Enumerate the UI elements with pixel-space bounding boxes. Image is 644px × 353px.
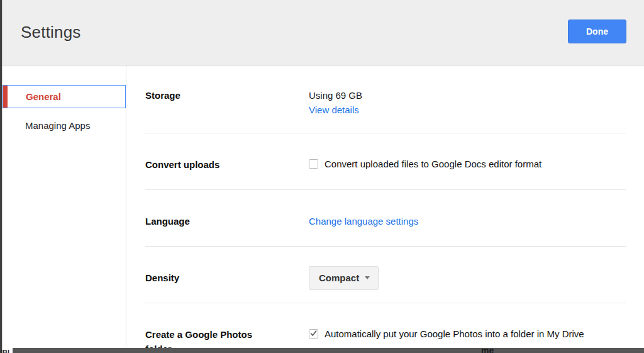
settings-row-density: Density Compact — [126, 247, 644, 303]
photos-folder-checkbox-label[interactable]: Automatically put your Google Photos int… — [325, 327, 584, 341]
settings-dialog: Settings Done General Managing Apps Stor… — [2, 0, 644, 353]
settings-row-convert-uploads: Convert uploads Convert uploaded files t… — [126, 133, 644, 189]
sidebar-item-label: Managing Apps — [25, 120, 90, 131]
settings-row-google-photos-folder: Create a Google Photos folder Automatica… — [126, 303, 644, 353]
dialog-body: General Managing Apps Storage Using 69 G… — [3, 65, 644, 353]
storage-usage-text: Using 69 GB — [309, 88, 362, 103]
backdrop-text-fragment: IBL — [1, 349, 12, 353]
settings-row-language: Language Change language settings — [126, 190, 644, 246]
dimmed-backdrop-bottom-edge: me — [13, 348, 644, 353]
convert-uploads-checkbox-label[interactable]: Convert uploaded files to Google Docs ed… — [325, 157, 541, 171]
settings-panel-general: Storage Using 69 GB View details Convert… — [126, 65, 644, 353]
dimmed-backdrop-left-edge — [0, 0, 2, 353]
chevron-down-icon — [365, 276, 370, 279]
settings-row-storage: Storage Using 69 GB View details — [126, 65, 644, 133]
row-label: Language — [145, 214, 309, 246]
change-language-link[interactable]: Change language settings — [309, 214, 418, 228]
photos-folder-checkbox[interactable] — [309, 329, 318, 339]
page-title: Settings — [21, 23, 81, 42]
selected-indicator-bar — [3, 86, 8, 108]
density-dropdown[interactable]: Compact — [309, 266, 379, 290]
sidebar-item-general[interactable]: General — [3, 85, 126, 108]
sidebar: General Managing Apps — [3, 65, 126, 353]
view-details-link[interactable]: View details — [309, 103, 359, 117]
dialog-header: Settings Done — [3, 0, 644, 65]
sidebar-item-managing-apps[interactable]: Managing Apps — [3, 114, 126, 137]
done-button[interactable]: Done — [568, 20, 626, 43]
row-label: Storage — [145, 88, 309, 133]
row-label: Density — [145, 271, 309, 303]
backdrop-text-fragment: me — [481, 348, 494, 353]
row-label: Convert uploads — [145, 157, 309, 189]
density-dropdown-value: Compact — [319, 272, 359, 283]
checkmark-icon — [309, 329, 318, 337]
convert-uploads-checkbox[interactable] — [309, 159, 318, 169]
dimmed-backdrop-bottom-left-fragment: IBL — [1, 349, 13, 353]
sidebar-item-label: General — [26, 91, 61, 102]
